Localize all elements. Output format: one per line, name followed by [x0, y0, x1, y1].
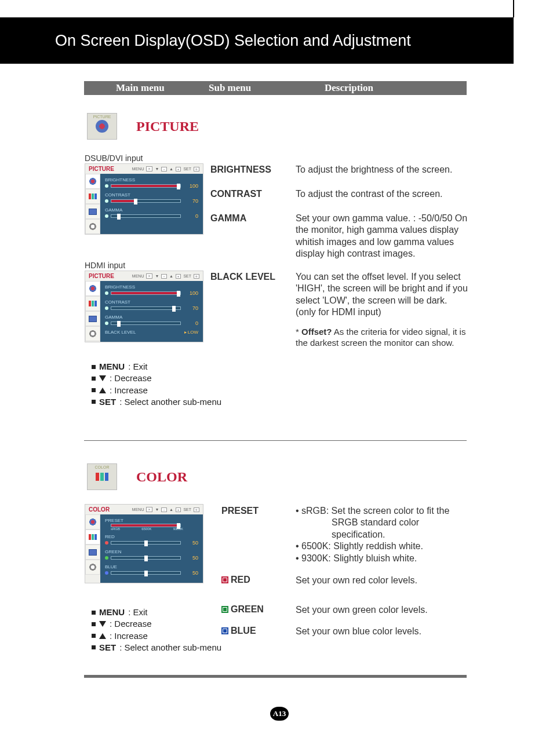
- bars-icon: [89, 301, 97, 306]
- green-slider: [111, 556, 181, 560]
- key-icon: −: [161, 274, 167, 279]
- slider-label: CONTRAST: [105, 300, 198, 305]
- osd-tab-column: [85, 281, 100, 342]
- slider-label: BRIGHTNESS: [105, 177, 198, 182]
- osd-tab-screen: [85, 545, 100, 560]
- legend-down-desc: : Decrease: [110, 618, 152, 630]
- sub-contrast: CONTRAST: [210, 189, 262, 199]
- desc-red: Set your own red color levels.: [296, 575, 470, 586]
- osd-main-panel: PRESET sRGB 6500K 9300K RED 50: [100, 514, 203, 583]
- page-number: A13: [273, 709, 286, 718]
- slider-label: GAMMA: [105, 207, 198, 213]
- contrast-icon: [105, 199, 108, 203]
- triangle-up-icon: [99, 388, 106, 393]
- contrast-slider: [111, 199, 181, 203]
- preset-tick: sRGB: [111, 527, 120, 531]
- slider-label: GREEN: [105, 549, 198, 554]
- osd-tab-color: [85, 189, 100, 204]
- triangle-down-icon: ▼: [155, 507, 159, 512]
- preset-label: PRESET: [105, 518, 198, 523]
- triangle-up-icon: ▲: [169, 167, 173, 171]
- osd-header: COLOR MENU⨯ ▼− ▲+ SET⎆: [85, 505, 203, 514]
- contrast-slider: [111, 306, 181, 310]
- sub-red: RED: [221, 575, 250, 585]
- slider-label: BRIGHTNESS: [105, 284, 198, 290]
- slider-label: GAMMA: [105, 315, 198, 320]
- legend-menu: MENU: [99, 361, 125, 372]
- preset-slider: [111, 524, 181, 527]
- osd-tab-picture: [85, 514, 100, 529]
- legend-down-desc: : Decrease: [110, 372, 152, 384]
- blue-slider: [111, 571, 181, 575]
- osd-set-label: SET: [183, 274, 191, 278]
- triangle-up-icon: [99, 633, 106, 639]
- osd-tab-screen: [85, 204, 100, 219]
- bullet-icon: [92, 622, 96, 626]
- legend-up-desc: : Increase: [110, 630, 148, 642]
- gear-icon: [89, 518, 97, 526]
- gamma-icon: [105, 322, 108, 325]
- gamma-icon: [105, 214, 108, 218]
- hdmi-caption: HDMI input: [85, 261, 125, 270]
- desc-gamma: Set your own gamma value. : -50/0/50 On …: [296, 213, 470, 260]
- sub-blue-label: BLUE: [231, 626, 256, 636]
- green-dot-icon: [105, 556, 108, 560]
- desc-offset-note: * Offset? As the criteria for video sign…: [296, 326, 470, 348]
- legend-set-desc: : Select another sub-menu: [119, 642, 221, 653]
- legend-menu: MENU: [99, 607, 125, 618]
- red-chip-icon: [221, 576, 228, 583]
- sub-black-level: BLACK LEVEL: [210, 272, 275, 282]
- col-desc-header: Description: [325, 82, 373, 94]
- osd-menu-label: MENU: [132, 167, 144, 171]
- osd-set-label: SET: [183, 507, 191, 512]
- black-level-value: LOW: [188, 330, 198, 335]
- triangle-down-icon: ▼: [155, 167, 159, 171]
- osd-menu-label: MENU: [132, 274, 144, 278]
- page-title-bar: On Screen Display(OSD) Selection and Adj…: [0, 17, 514, 64]
- brightness-slider: [111, 291, 181, 295]
- key-icon: ⨯: [146, 166, 152, 171]
- legend-up-desc: : Increase: [110, 385, 148, 396]
- note-prefix: *: [296, 327, 301, 337]
- triangle-down-icon: ▼: [155, 274, 159, 278]
- slider-value: 50: [183, 570, 198, 576]
- sub-green-label: GREEN: [231, 604, 264, 614]
- desc-line: SRGB standard color: [296, 517, 470, 528]
- slider-label: RED: [105, 534, 198, 539]
- desc-line: 9300K: Slightly bluish white.: [296, 553, 417, 563]
- triangle-up-icon: ▲: [169, 507, 173, 512]
- divider: [84, 440, 467, 441]
- slider-value: 0: [183, 320, 198, 326]
- bullet-icon: [92, 377, 96, 381]
- legend-set: SET: [99, 396, 116, 408]
- slider-value: 100: [183, 183, 198, 189]
- slider-value: 50: [183, 540, 198, 546]
- osd-header-buttons: MENU⨯ ▼− ▲+ SET⎆: [132, 273, 199, 279]
- picture-section-icon: PICTURE: [87, 113, 117, 140]
- triangle-up-icon: ▲: [169, 274, 173, 278]
- gear-icon: [89, 284, 97, 293]
- bars-icon: [89, 534, 97, 540]
- key-icon: +: [176, 274, 181, 279]
- slider-value: 0: [183, 213, 198, 219]
- key-icon: −: [161, 507, 167, 512]
- osd-tab-column: [85, 514, 100, 583]
- osd-tab-screen: [85, 311, 100, 326]
- contrast-icon: [105, 306, 108, 310]
- osd-set-label: SET: [183, 167, 191, 171]
- slider-value: 50: [183, 555, 198, 561]
- black-level-label: BLACK LEVEL: [105, 330, 136, 335]
- osd-tab-setup: [85, 326, 100, 341]
- bars-icon: [89, 193, 97, 199]
- key-icon: ⨯: [146, 507, 152, 512]
- screen-icon: [89, 209, 97, 215]
- key-icon: ⎆: [194, 167, 199, 171]
- col-main-header: Main menu: [116, 82, 165, 94]
- preset-tick: 6500K: [141, 527, 151, 531]
- slider-label: CONTRAST: [105, 192, 198, 198]
- sun-icon: [105, 184, 108, 188]
- desc-contrast: To adjust the contrast of the screen.: [296, 188, 470, 200]
- osd-title: PICTURE: [89, 273, 114, 279]
- screen-icon: [89, 549, 97, 556]
- osd-main-panel: BRIGHTNESS 100 CONTRAST 70 GAMMA 0: [100, 174, 203, 234]
